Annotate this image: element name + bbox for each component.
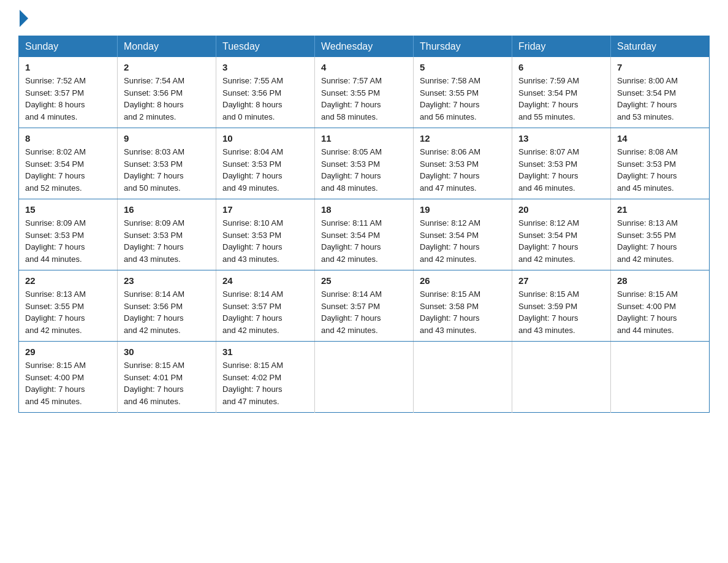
calendar-cell: 5 Sunrise: 7:58 AMSunset: 3:55 PMDayligh… <box>414 57 512 128</box>
day-info: Sunrise: 8:12 AMSunset: 3:54 PMDaylight:… <box>518 217 604 265</box>
day-info: Sunrise: 8:08 AMSunset: 3:53 PMDaylight:… <box>617 146 703 194</box>
day-number: 19 <box>420 204 506 215</box>
calendar-table: SundayMondayTuesdayWednesdayThursdayFrid… <box>18 36 710 413</box>
day-info: Sunrise: 8:13 AMSunset: 3:55 PMDaylight:… <box>617 217 703 265</box>
day-info: Sunrise: 8:00 AMSunset: 3:54 PMDaylight:… <box>617 75 703 123</box>
day-info: Sunrise: 8:10 AMSunset: 3:53 PMDaylight:… <box>222 217 308 265</box>
day-info: Sunrise: 7:54 AMSunset: 3:56 PMDaylight:… <box>124 75 210 123</box>
day-info: Sunrise: 8:06 AMSunset: 3:53 PMDaylight:… <box>420 146 506 194</box>
calendar-cell: 6 Sunrise: 7:59 AMSunset: 3:54 PMDayligh… <box>512 57 611 128</box>
day-number: 5 <box>420 62 506 72</box>
day-info: Sunrise: 8:15 AMSunset: 4:01 PMDaylight:… <box>124 359 210 407</box>
day-number: 26 <box>420 275 506 286</box>
day-number: 30 <box>124 347 210 357</box>
day-info: Sunrise: 8:15 AMSunset: 4:00 PMDaylight:… <box>617 288 703 336</box>
day-info: Sunrise: 8:13 AMSunset: 3:55 PMDaylight:… <box>25 288 111 336</box>
calendar-cell: 19 Sunrise: 8:12 AMSunset: 3:54 PMDaylig… <box>414 199 512 270</box>
calendar-cell <box>414 342 512 413</box>
page-header <box>18 12 710 23</box>
calendar-cell: 16 Sunrise: 8:09 AMSunset: 3:53 PMDaylig… <box>118 199 216 270</box>
day-info: Sunrise: 7:52 AMSunset: 3:57 PMDaylight:… <box>25 75 111 123</box>
day-number: 13 <box>518 133 604 144</box>
day-number: 20 <box>518 204 604 215</box>
day-info: Sunrise: 8:14 AMSunset: 3:56 PMDaylight:… <box>124 288 210 336</box>
day-info: Sunrise: 7:59 AMSunset: 3:54 PMDaylight:… <box>518 75 604 123</box>
day-info: Sunrise: 7:55 AMSunset: 3:56 PMDaylight:… <box>222 75 308 123</box>
day-number: 3 <box>222 62 308 72</box>
day-number: 21 <box>617 204 703 215</box>
header-wednesday: Wednesday <box>315 36 414 58</box>
day-number: 12 <box>420 133 506 144</box>
calendar-cell: 22 Sunrise: 8:13 AMSunset: 3:55 PMDaylig… <box>19 270 118 342</box>
week-row-4: 22 Sunrise: 8:13 AMSunset: 3:55 PMDaylig… <box>19 270 710 342</box>
calendar-cell: 24 Sunrise: 8:14 AMSunset: 3:57 PMDaylig… <box>216 270 315 342</box>
day-number: 7 <box>617 62 703 72</box>
calendar-cell: 30 Sunrise: 8:15 AMSunset: 4:01 PMDaylig… <box>118 342 216 413</box>
day-info: Sunrise: 8:05 AMSunset: 3:53 PMDaylight:… <box>321 146 407 194</box>
calendar-cell <box>611 342 710 413</box>
day-number: 1 <box>25 62 111 72</box>
calendar-cell: 15 Sunrise: 8:09 AMSunset: 3:53 PMDaylig… <box>19 199 118 270</box>
calendar-cell: 11 Sunrise: 8:05 AMSunset: 3:53 PMDaylig… <box>315 128 414 199</box>
logo-arrow-icon <box>20 10 28 27</box>
day-info: Sunrise: 8:12 AMSunset: 3:54 PMDaylight:… <box>420 217 506 265</box>
day-number: 10 <box>222 133 308 144</box>
day-info: Sunrise: 8:03 AMSunset: 3:53 PMDaylight:… <box>124 146 210 194</box>
day-number: 29 <box>25 347 111 357</box>
day-info: Sunrise: 8:07 AMSunset: 3:53 PMDaylight:… <box>518 146 604 194</box>
day-number: 31 <box>222 347 308 357</box>
calendar-cell: 31 Sunrise: 8:15 AMSunset: 4:02 PMDaylig… <box>216 342 315 413</box>
day-info: Sunrise: 8:15 AMSunset: 3:58 PMDaylight:… <box>420 288 506 336</box>
calendar-cell: 1 Sunrise: 7:52 AMSunset: 3:57 PMDayligh… <box>19 57 118 128</box>
day-number: 23 <box>124 275 210 286</box>
day-info: Sunrise: 8:14 AMSunset: 3:57 PMDaylight:… <box>222 288 308 336</box>
day-number: 17 <box>222 204 308 215</box>
calendar-cell: 20 Sunrise: 8:12 AMSunset: 3:54 PMDaylig… <box>512 199 611 270</box>
header-thursday: Thursday <box>414 36 512 58</box>
day-number: 11 <box>321 133 407 144</box>
calendar-cell: 21 Sunrise: 8:13 AMSunset: 3:55 PMDaylig… <box>611 199 710 270</box>
calendar-cell: 13 Sunrise: 8:07 AMSunset: 3:53 PMDaylig… <box>512 128 611 199</box>
day-info: Sunrise: 8:09 AMSunset: 3:53 PMDaylight:… <box>25 217 111 265</box>
day-info: Sunrise: 7:57 AMSunset: 3:55 PMDaylight:… <box>321 75 407 123</box>
header-tuesday: Tuesday <box>216 36 315 58</box>
day-number: 9 <box>124 133 210 144</box>
day-number: 25 <box>321 275 407 286</box>
header-sunday: Sunday <box>19 36 118 58</box>
calendar-cell: 23 Sunrise: 8:14 AMSunset: 3:56 PMDaylig… <box>118 270 216 342</box>
calendar-cell: 8 Sunrise: 8:02 AMSunset: 3:54 PMDayligh… <box>19 128 118 199</box>
calendar-cell: 4 Sunrise: 7:57 AMSunset: 3:55 PMDayligh… <box>315 57 414 128</box>
day-number: 8 <box>25 133 111 144</box>
day-info: Sunrise: 8:15 AMSunset: 4:00 PMDaylight:… <box>25 359 111 407</box>
day-number: 6 <box>518 62 604 72</box>
day-number: 2 <box>124 62 210 72</box>
day-info: Sunrise: 8:14 AMSunset: 3:57 PMDaylight:… <box>321 288 407 336</box>
day-number: 14 <box>617 133 703 144</box>
calendar-cell: 29 Sunrise: 8:15 AMSunset: 4:00 PMDaylig… <box>19 342 118 413</box>
week-row-5: 29 Sunrise: 8:15 AMSunset: 4:00 PMDaylig… <box>19 342 710 413</box>
header-row: SundayMondayTuesdayWednesdayThursdayFrid… <box>19 36 710 58</box>
day-number: 27 <box>518 275 604 286</box>
calendar-cell: 26 Sunrise: 8:15 AMSunset: 3:58 PMDaylig… <box>414 270 512 342</box>
logo <box>18 12 28 23</box>
week-row-3: 15 Sunrise: 8:09 AMSunset: 3:53 PMDaylig… <box>19 199 710 270</box>
day-number: 4 <box>321 62 407 72</box>
calendar-cell: 17 Sunrise: 8:10 AMSunset: 3:53 PMDaylig… <box>216 199 315 270</box>
header-friday: Friday <box>512 36 611 58</box>
day-info: Sunrise: 8:11 AMSunset: 3:54 PMDaylight:… <box>321 217 407 265</box>
header-saturday: Saturday <box>611 36 710 58</box>
day-number: 16 <box>124 204 210 215</box>
day-info: Sunrise: 7:58 AMSunset: 3:55 PMDaylight:… <box>420 75 506 123</box>
calendar-cell: 12 Sunrise: 8:06 AMSunset: 3:53 PMDaylig… <box>414 128 512 199</box>
calendar-cell <box>512 342 611 413</box>
day-info: Sunrise: 8:09 AMSunset: 3:53 PMDaylight:… <box>124 217 210 265</box>
week-row-2: 8 Sunrise: 8:02 AMSunset: 3:54 PMDayligh… <box>19 128 710 199</box>
day-number: 15 <box>25 204 111 215</box>
day-info: Sunrise: 8:15 AMSunset: 4:02 PMDaylight:… <box>222 359 308 407</box>
header-monday: Monday <box>118 36 216 58</box>
calendar-cell: 7 Sunrise: 8:00 AMSunset: 3:54 PMDayligh… <box>611 57 710 128</box>
day-number: 22 <box>25 275 111 286</box>
calendar-cell: 28 Sunrise: 8:15 AMSunset: 4:00 PMDaylig… <box>611 270 710 342</box>
day-info: Sunrise: 8:15 AMSunset: 3:59 PMDaylight:… <box>518 288 604 336</box>
calendar-cell: 2 Sunrise: 7:54 AMSunset: 3:56 PMDayligh… <box>118 57 216 128</box>
